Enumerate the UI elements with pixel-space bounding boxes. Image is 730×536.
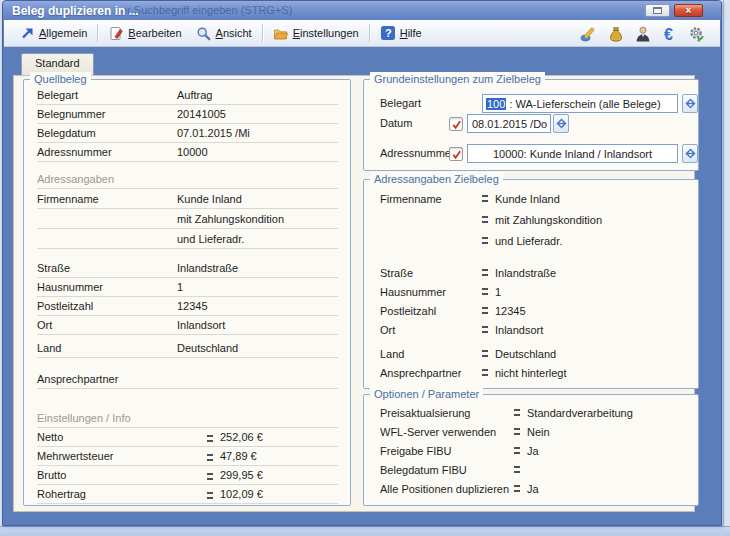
edit-document-icon [108,25,124,41]
equals-icon [482,350,488,357]
section-header: Adressangaben [37,170,338,189]
desktop: er Suchbegriff eingeben (STRG+S) Beleg d… [0,0,730,536]
updown-arrows-icon [685,98,696,109]
table-row: Hausnummer1 [380,282,688,301]
equals-icon [207,473,213,480]
table-row: Belegdatum FIBU [380,460,688,479]
money-bag-icon[interactable] [606,24,625,43]
content-band: Standard Quellbeleg BelegartAuftrag Bele… [3,47,721,526]
menu-separator [262,24,263,42]
table-row: Postleitzahl12345 [380,301,688,320]
equals-icon [207,435,213,442]
equals-icon [514,409,520,416]
updown-arrows-icon [556,118,567,129]
table-row: PreisaktualsierungStandardverarbeitung [380,403,688,422]
gear-refresh-icon[interactable] [687,24,706,43]
equals-icon [514,428,520,435]
table-row: Brutto299,95 € [37,466,338,485]
datum-field[interactable]: 08.01.2015 /Do [467,114,551,133]
menu-item-einstellungen[interactable]: Einstellungen [266,23,366,43]
belegart-row: Belegart 100 : WA-Lieferschein (alle Bel… [364,94,698,114]
groupbox-grundeinstellungen: Grundeinstellungen zum Zielbeleg Belegar… [363,79,699,171]
equals-icon [482,369,488,376]
equals-icon [514,485,520,492]
table-row: Postleitzahl12345 [37,297,338,316]
table-row: Rohertrag102,09 € [37,485,338,504]
sign-edit-icon[interactable] [579,24,598,43]
table-row: LandDeutschland [380,344,688,363]
equals-icon [482,307,488,314]
menu-separator [97,24,98,42]
equals-icon [482,326,488,333]
equals-icon [482,195,488,202]
adressnummer-combobox[interactable]: 10000: Kunde Inland / Inlandsort [467,144,678,163]
groupbox-title: Quellbeleg [30,72,91,86]
parent-window-edge-right [723,0,730,526]
groupbox-title: Grundeinstellungen zum Zielbeleg [370,72,545,86]
table-row: FirmennameKunde Inland [37,189,338,209]
table-row: Mehrwertsteuer47,89 € [37,447,338,466]
adressnummer-spinner[interactable] [682,144,698,163]
equals-icon [482,269,488,276]
red-check-icon [451,149,462,160]
equals-icon [482,288,488,295]
red-check-icon [451,119,462,130]
table-row: BelegartAuftrag [37,86,338,105]
table-row: Ansprechpartner [37,370,338,389]
table-row: Freigabe FIBUJa [380,441,688,460]
parent-window-edge-bottom [0,526,730,536]
euro-icon[interactable]: € [660,24,679,43]
table-row: und Lieferadr. [37,229,338,249]
datum-row: Datum 08.01.2015 /Do [364,114,698,134]
restore-button[interactable] [645,4,670,17]
section-header: Einstellungen / Info [37,409,338,428]
table-row: LandDeutschland [37,339,338,358]
tab-row: Standard [13,47,695,75]
background-search-hint: er Suchbegriff eingeben (STRG+S) [121,4,292,16]
equals-icon [514,466,520,473]
table-row: und Lieferadr. [380,230,688,251]
table-row: mit Zahlungskondition [380,209,688,230]
belegart-combobox[interactable]: 100 : WA-Lieferschein (alle Belege) [482,94,678,113]
groupbox-quellbeleg: Quellbeleg BelegartAuftrag Belegnummer20… [23,79,351,506]
table-row: OrtInlandsort [37,316,338,335]
table-row: OrtInlandsort [380,320,688,339]
groupbox-adressangaben-zielbeleg: Adressangaben Zielbeleg FirmennameKunde … [363,179,699,389]
table-row: Belegnummer20141005 [37,105,338,124]
menu-item-allgemein[interactable]: Allgemein [12,23,94,43]
close-icon: × [686,6,692,16]
belegart-spinner[interactable] [682,94,698,113]
datum-checkbox[interactable] [449,117,463,131]
table-row: mit Zahlungskondition [37,209,338,229]
table-row: Belegdatum07.01.2015 /Mi [37,124,338,143]
restore-icon [653,7,662,14]
menu-bar: Allgemein Bearbeiten Ansicht Eins [4,20,720,47]
table-row: Ansprechpartnernicht hinterlegt [380,363,688,382]
title-bar[interactable]: er Suchbegriff eingeben (STRG+S) Beleg d… [3,1,721,20]
adressnummer-checkbox[interactable] [449,147,463,161]
arrow-ne-icon [19,25,35,41]
dialog-window: er Suchbegriff eingeben (STRG+S) Beleg d… [2,0,722,526]
menu-item-bearbeiten[interactable]: Bearbeiten [101,23,188,43]
equals-icon [482,237,488,244]
menu-item-hilfe[interactable]: ? Hilfe [373,23,429,43]
menu-item-ansicht[interactable]: Ansicht [189,23,259,43]
window-title: Beleg duplizieren in ... [3,4,139,18]
svg-text:€: € [664,25,673,42]
close-button[interactable]: × [674,4,703,17]
table-row: FirmennameKunde Inland [380,188,688,209]
magnifier-icon [196,25,212,41]
contact-person-icon[interactable] [633,24,652,43]
table-row: Hausnummer1 [37,278,338,297]
adressnummer-row: Adressnummer 10000: Kunde Inland / Inlan… [364,144,698,164]
table-row: StraßeInlandstraße [380,263,688,282]
updown-arrows-icon [685,148,696,159]
equals-icon [207,492,213,499]
groupbox-optionen-parameter: Optionen / Parameter PreisaktualsierungS… [363,394,699,506]
menu-separator [369,24,370,42]
table-row: WFL-Server verwendenNein [380,422,688,441]
groupbox-title: Optionen / Parameter [370,387,483,401]
equals-icon [514,447,520,454]
datum-spinner[interactable] [553,114,569,133]
table-row: StraßeInlandstraße [37,259,338,278]
